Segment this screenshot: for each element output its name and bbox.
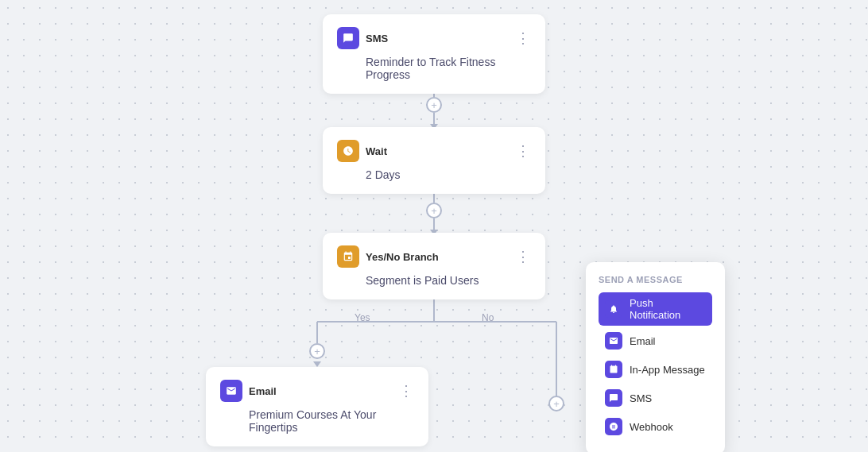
sms-card-content: Reminder to Track Fitness Progress [337, 56, 531, 81]
sms-icon [337, 27, 359, 49]
email-card-type: Email [249, 385, 277, 397]
wait-icon [337, 140, 359, 162]
menu-item-email[interactable]: Email [599, 327, 712, 354]
no-label: No [482, 312, 494, 323]
webhook-label: Webhook [630, 421, 673, 433]
push-notification-icon [605, 300, 622, 318]
add-yes-branch-button[interactable]: + [309, 343, 325, 359]
branch-card: Yes/No Branch ⋮ Segment is Paid Users [323, 233, 545, 299]
wait-more-button[interactable]: ⋮ [516, 144, 531, 158]
menu-item-push[interactable]: Push Notification [599, 292, 712, 326]
menu-title: Send a Message [599, 275, 712, 284]
add-no-branch-button[interactable]: + [548, 396, 564, 411]
wait-card: Wait ⋮ 2 Days [323, 127, 545, 194]
push-notification-label: Push Notification [630, 297, 706, 321]
sms-menu-label: SMS [630, 392, 652, 404]
sms-more-button[interactable]: ⋮ [516, 31, 531, 45]
email-menu-label: Email [630, 335, 656, 347]
add-step-2-button[interactable]: + [426, 203, 442, 218]
menu-item-sms[interactable]: SMS [599, 384, 712, 411]
yes-label: Yes [355, 312, 370, 323]
branch-card-content: Segment is Paid Users [337, 274, 531, 287]
send-message-menu: Send a Message Push Notification Email [586, 262, 725, 452]
menu-item-webhook[interactable]: Webhook [599, 413, 712, 440]
inapp-label: In-App Message [630, 364, 705, 376]
branch-more-button[interactable]: ⋮ [516, 249, 531, 264]
menu-email-icon [605, 332, 622, 350]
sms-card: SMS ⋮ Reminder to Track Fitness Progress [323, 14, 545, 94]
sms-card-type: SMS [366, 33, 388, 44]
inapp-icon [605, 361, 622, 378]
wait-card-content: 2 Days [337, 168, 531, 181]
email-more-button[interactable]: ⋮ [399, 384, 414, 398]
menu-item-inapp[interactable]: In-App Message [599, 356, 712, 383]
branch-icon [337, 245, 359, 268]
menu-sms-icon [605, 389, 622, 407]
branch-card-type: Yes/No Branch [366, 251, 439, 263]
email-card-content: Premium Courses At Your Fingertips [220, 408, 414, 434]
svg-marker-10 [313, 361, 321, 367]
add-step-1-button[interactable]: + [426, 97, 442, 113]
webhook-icon [605, 418, 622, 435]
email-card: Email ⋮ Premium Courses At Your Fingerti… [206, 367, 428, 446]
email-icon [220, 380, 242, 402]
wait-card-type: Wait [366, 145, 387, 157]
